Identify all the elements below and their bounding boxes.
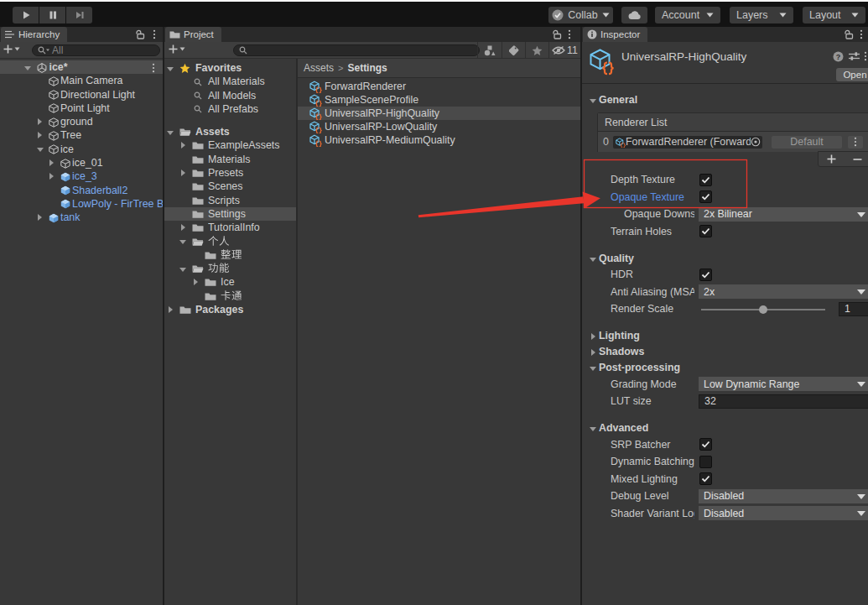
project-folder-ice[interactable]: Ice	[164, 275, 296, 289]
play-button[interactable]	[13, 7, 39, 23]
foldout-closed-icon[interactable]	[36, 213, 44, 222]
tab-inspector[interactable]: Inspector	[583, 27, 647, 42]
foldout-open-icon[interactable]	[179, 237, 187, 246]
checkbox-checked[interactable]	[699, 438, 712, 451]
asset-item-forwardrenderer[interactable]: ForwardRenderer	[298, 80, 580, 93]
kebab-menu-icon[interactable]	[153, 29, 156, 39]
layers-dropdown[interactable]: Layers	[730, 7, 793, 23]
checkbox-checked[interactable]	[699, 190, 712, 203]
asset-item-universalrp-lowquality[interactable]: UniversalRP-LowQuality	[298, 120, 580, 133]
dropdown-shader-variant-log-level[interactable]: Disabled	[699, 506, 868, 520]
hierarchy-item-tank[interactable]: tank	[0, 211, 163, 224]
project-folder-scenes[interactable]: Scenes	[164, 180, 296, 193]
account-dropdown[interactable]: Account	[655, 7, 720, 23]
checkbox-checked[interactable]	[699, 269, 712, 281]
renderer-object-field[interactable]: ForwardRenderer (ForwardRendererData)	[613, 136, 762, 149]
step-button[interactable]	[66, 7, 92, 23]
kebab-menu-icon[interactable]	[864, 51, 867, 61]
lock-icon[interactable]	[553, 29, 562, 39]
foldout-closed-icon[interactable]	[191, 278, 200, 286]
foldout-closed-icon[interactable]	[36, 131, 44, 139]
project-folder--[interactable]	[164, 289, 296, 303]
foldout-closed-icon[interactable]	[36, 117, 44, 126]
foldout-closed-icon[interactable]	[179, 169, 187, 177]
project-folder-all-models[interactable]: All Models	[164, 89, 296, 102]
foldout-open-icon[interactable]	[179, 264, 187, 273]
section-post-processing[interactable]: Post-processing	[582, 360, 868, 376]
dropdown-grading-mode[interactable]: Low Dynamic Range	[699, 377, 868, 391]
dropdown-opaque-downsampling[interactable]: 2x Bilinear	[699, 207, 868, 222]
checkbox-checked[interactable]	[699, 225, 712, 237]
hierarchy-item-main-camera[interactable]: Main Camera	[0, 74, 163, 87]
project-folder-materials[interactable]: Materials	[164, 153, 296, 166]
hierarchy-item-ice-01[interactable]: ice_01	[0, 156, 163, 170]
slider-value-field[interactable]: 1	[839, 302, 868, 316]
foldout-closed-icon[interactable]	[179, 223, 187, 232]
lock-icon[interactable]	[845, 29, 854, 39]
project-folder-presets[interactable]: Presets	[164, 166, 296, 180]
section-shadows[interactable]: Shadows	[582, 344, 868, 360]
project-folder-scripts[interactable]: Scripts	[164, 194, 296, 207]
section-advanced[interactable]: Advanced	[582, 420, 868, 436]
hierarchy-item-ground[interactable]: ground	[0, 115, 163, 128]
lock-icon[interactable]	[136, 29, 145, 39]
help-icon[interactable]: ?	[833, 51, 844, 62]
open-button[interactable]: Open	[836, 68, 868, 81]
checkbox-checked[interactable]	[699, 472, 712, 485]
dropdown-debug-level[interactable]: Disabled	[699, 489, 868, 503]
kebab-menu-icon[interactable]	[568, 29, 571, 39]
foldout-closed-icon[interactable]	[179, 141, 187, 149]
hierarchy-item-directional-light[interactable]: Directional Light	[0, 88, 163, 102]
dropdown-anti-aliasing-msaa-[interactable]: 2x	[699, 284, 868, 299]
text-field-lut-size[interactable]: 32	[699, 394, 868, 409]
pause-button[interactable]	[39, 7, 65, 23]
collab-button[interactable]: Collab	[548, 7, 613, 23]
hidden-count-button[interactable]: 11	[548, 42, 580, 59]
project-folder-all-prefabs[interactable]: All Prefabs	[164, 102, 296, 116]
hierarchy-item-ice-3[interactable]: ice_3	[0, 170, 163, 183]
search-by-label-button[interactable]	[502, 42, 525, 59]
create-menu-button[interactable]	[3, 44, 20, 54]
hierarchy-item-point-light[interactable]: Point Light	[0, 102, 163, 115]
hierarchy-item-shaderball2[interactable]: Shaderball2	[0, 184, 163, 197]
layout-dropdown[interactable]: Layout	[803, 7, 865, 23]
hierarchy-item-lowpoly-firtree-b[interactable]: LowPoly - FirTree B	[0, 197, 163, 211]
project-folder-packages[interactable]: Packages	[164, 303, 296, 316]
checkbox-checked[interactable]	[699, 174, 712, 186]
kebab-menu-icon[interactable]	[860, 29, 863, 39]
presets-icon[interactable]	[849, 51, 860, 61]
set-default-button[interactable]: Default	[772, 136, 842, 149]
project-folder-settings[interactable]: Settings	[164, 207, 296, 221]
foldout-closed-icon[interactable]	[166, 305, 174, 314]
project-folder-exampleassets[interactable]: ExampleAssets	[164, 138, 296, 152]
add-renderer-button[interactable]	[819, 152, 845, 166]
project-folder-all-materials[interactable]: All Materials	[164, 75, 296, 88]
hierarchy-search-input[interactable]: All	[32, 44, 160, 56]
search-by-type-button[interactable]	[477, 42, 502, 59]
cloud-button[interactable]	[621, 7, 647, 23]
asset-item-samplesceneprofile[interactable]: SampleSceneProfile	[298, 93, 580, 107]
asset-item-universalrp-highquality[interactable]: UniversalRP-HighQuality	[298, 107, 580, 120]
foldout-open-icon[interactable]	[23, 63, 32, 71]
project-folder-favorites[interactable]: Favorites	[164, 61, 296, 75]
foldout-open-icon[interactable]	[166, 128, 174, 136]
section-quality[interactable]: Quality	[582, 250, 868, 266]
checkbox-unchecked[interactable]	[699, 456, 712, 468]
hierarchy-item-ice[interactable]: ice	[0, 143, 163, 156]
section-general[interactable]: General	[582, 91, 868, 107]
project-folder--[interactable]	[164, 262, 296, 275]
renderer-list-item[interactable]: 0ForwardRenderer (ForwardRendererData)De…	[598, 132, 868, 152]
hierarchy-item-tree[interactable]: Tree	[0, 128, 163, 142]
asset-item-universalrp-mediumquality[interactable]: UniversalRP-MediumQuality	[298, 133, 580, 147]
tab-project[interactable]: Project	[165, 27, 221, 42]
section-lighting[interactable]: Lighting	[582, 328, 868, 344]
project-folder-assets[interactable]: Assets	[164, 125, 296, 138]
project-folder-tutorialinfo[interactable]: TutorialInfo	[164, 221, 296, 234]
foldout-open-icon[interactable]	[166, 64, 174, 72]
favorites-star-button[interactable]	[525, 42, 548, 59]
hierarchy-item-ice-[interactable]: ice*	[0, 60, 163, 74]
project-search-input[interactable]	[233, 44, 480, 56]
project-folder--[interactable]	[164, 248, 296, 262]
kebab-menu-icon[interactable]	[148, 62, 159, 74]
tab-hierarchy[interactable]: Hierarchy	[1, 27, 67, 42]
